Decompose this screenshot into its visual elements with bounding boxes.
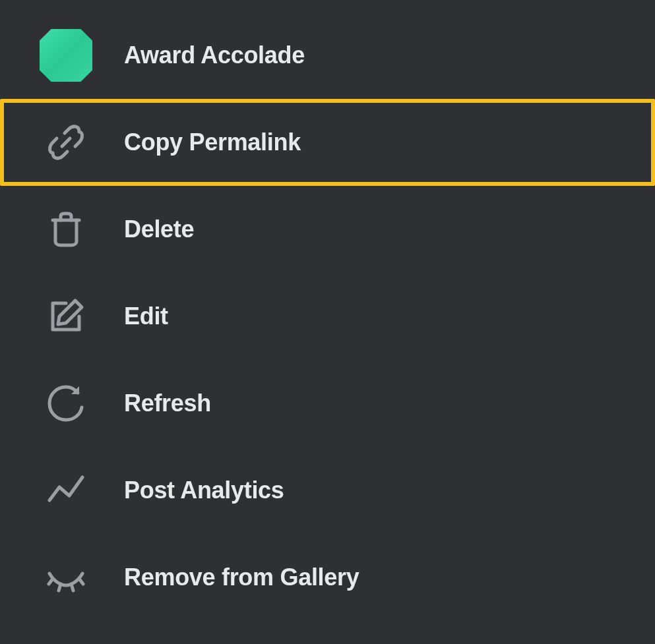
gem-icon <box>40 29 92 82</box>
analytics-icon <box>40 464 92 517</box>
menu-item-label: Remove from Gallery <box>124 564 359 591</box>
menu-item-refresh[interactable]: Refresh <box>0 360 655 447</box>
refresh-icon <box>40 377 92 430</box>
eye-closed-icon <box>40 551 92 604</box>
menu-item-edit[interactable]: Edit <box>0 273 655 360</box>
menu-item-label: Delete <box>124 216 194 243</box>
menu-item-label: Award Accolade <box>124 42 305 69</box>
trash-icon <box>40 203 92 256</box>
link-icon <box>40 116 92 169</box>
menu-item-label: Refresh <box>124 390 211 417</box>
menu-item-remove-from-gallery[interactable]: Remove from Gallery <box>0 534 655 621</box>
menu-item-copy-permalink[interactable]: Copy Permalink <box>0 99 655 186</box>
menu-item-delete[interactable]: Delete <box>0 186 655 273</box>
menu-item-post-analytics[interactable]: Post Analytics <box>0 447 655 534</box>
menu-item-label: Edit <box>124 303 168 330</box>
context-menu: Award Accolade Copy Permalink Delete <box>0 0 655 621</box>
menu-item-label: Post Analytics <box>124 477 284 504</box>
edit-icon <box>40 290 92 343</box>
menu-item-award-accolade[interactable]: Award Accolade <box>0 12 655 99</box>
menu-item-label: Copy Permalink <box>124 129 301 156</box>
